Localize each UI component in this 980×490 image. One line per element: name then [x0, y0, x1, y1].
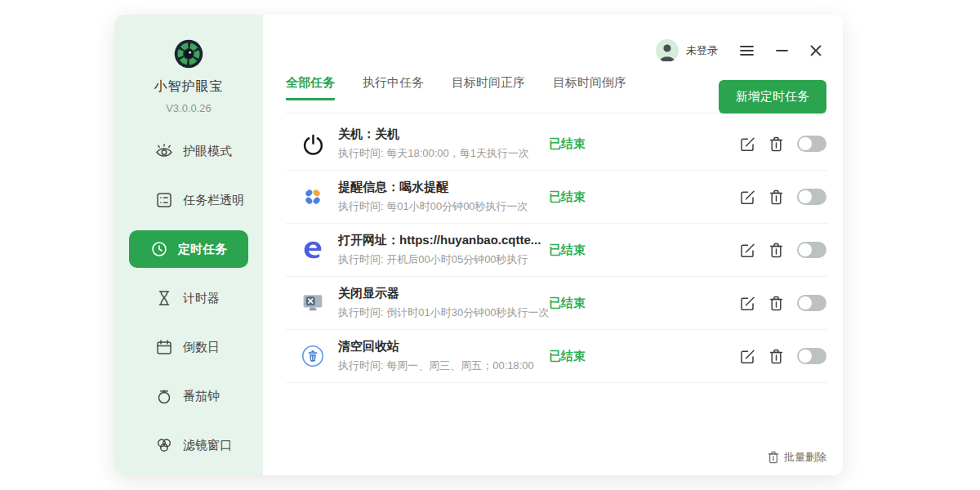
row-actions [740, 348, 828, 364]
task-enabled-toggle[interactable] [797, 348, 826, 364]
task-row-open-url: 打开网址：https://huyanbao.cqtte... 执行时间: 开机后… [286, 224, 828, 277]
sidebar-item-eye-mode[interactable]: 护眼模式 [129, 132, 248, 170]
toggle-knob [799, 137, 812, 150]
tomato-icon [155, 387, 173, 405]
toggle-knob [799, 350, 812, 363]
task-row-monitor-off: 关闭显示器 执行时间: 倒计时01小时30分钟00秒执行一次 已结束 [286, 277, 828, 330]
task-enabled-toggle[interactable] [797, 295, 826, 311]
batch-delete-label: 批量删除 [784, 450, 826, 465]
task-text: 关闭显示器 执行时间: 倒计时01小时30分钟00秒执行一次 [338, 286, 549, 320]
tab-target-time-desc[interactable]: 目标时间倒序 [553, 75, 626, 100]
toggle-knob [799, 190, 812, 203]
tab-target-time-asc[interactable]: 目标时间正序 [452, 75, 525, 100]
task-enabled-toggle[interactable] [797, 136, 826, 152]
login-status[interactable]: 未登录 [686, 43, 718, 58]
sidebar-item-countdown-days[interactable]: 倒数日 [129, 328, 248, 366]
app-logo-aperture-icon [170, 39, 207, 69]
row-actions [740, 295, 828, 311]
edit-icon[interactable] [740, 296, 755, 311]
delete-icon[interactable] [769, 243, 783, 258]
sidebar-item-label: 倒数日 [183, 340, 220, 355]
edit-icon[interactable] [740, 136, 755, 152]
sidebar-menu: 护眼模式 任务栏透明 定时任务 [114, 132, 263, 475]
avatar[interactable] [656, 39, 679, 62]
toggle-knob [799, 296, 812, 310]
sidebar-item-timer[interactable]: 计时器 [129, 279, 248, 317]
sidebar-item-label: 滤镜窗口 [183, 438, 232, 453]
delete-icon[interactable] [769, 136, 783, 152]
sidebar-item-label: 计时器 [183, 291, 220, 306]
app-window: 小智护眼宝 V3.0.0.26 护眼模式 [114, 15, 843, 475]
eye-icon [155, 142, 173, 160]
tab-running-tasks[interactable]: 执行中任务 [363, 75, 424, 100]
task-title: 提醒信息：喝水提醒 [338, 180, 549, 195]
sidebar-item-filter-window[interactable]: 滤镜窗口 [129, 426, 248, 464]
add-scheduled-task-button[interactable]: 新增定时任务 [719, 80, 826, 114]
sidebar-item-label: 任务栏透明 [183, 193, 244, 208]
minimize-icon[interactable] [776, 45, 788, 56]
close-icon[interactable] [810, 45, 822, 56]
task-title: 清空回收站 [338, 339, 549, 354]
app-version: V3.0.0.26 [166, 102, 212, 114]
menu-icon[interactable] [740, 45, 754, 56]
task-title: 关闭显示器 [338, 286, 549, 301]
taskbar-icon [155, 191, 173, 209]
status-badge: 已结束 [549, 136, 586, 152]
task-schedule: 执行时间: 倒计时01小时30分钟00秒执行一次 [338, 305, 549, 320]
edit-icon[interactable] [740, 189, 755, 205]
task-text: 关机：关机 执行时间: 每天18:00:00，每1天执行一次 [338, 127, 549, 161]
row-actions [740, 189, 828, 205]
task-schedule: 执行时间: 每01小时00分钟00秒执行一次 [338, 199, 549, 214]
hourglass-icon [155, 289, 173, 307]
task-row-shutdown: 关机：关机 执行时间: 每天18:00:00，每1天执行一次 已结束 [286, 118, 828, 171]
app-name: 小智护眼宝 [154, 78, 224, 96]
user-icon [656, 39, 679, 62]
sidebar-item-taskbar-transparent[interactable]: 任务栏透明 [129, 181, 248, 219]
calendar-icon [155, 338, 173, 356]
toggle-knob [799, 243, 812, 256]
trash-icon [768, 451, 779, 464]
task-text: 清空回收站 执行时间: 每周一、周三、周五；00:18:00 [338, 339, 549, 373]
sidebar-item-label: 番茄钟 [183, 389, 220, 404]
filter-circles-icon [155, 436, 173, 454]
edit-icon[interactable] [740, 243, 755, 258]
task-title: 打开网址：https://huyanbao.cqtte... [338, 233, 549, 248]
monitor-off-icon [299, 292, 327, 314]
task-list: 关机：关机 执行时间: 每天18:00:00，每1天执行一次 已结束 [286, 118, 828, 383]
power-icon [299, 133, 327, 155]
main-content: 未登录 全部任务 执行中任务 目标时间正序 目标时间倒序 [263, 15, 843, 475]
delete-icon[interactable] [769, 296, 783, 311]
task-row-reminder: 提醒信息：喝水提醒 执行时间: 每01小时00分钟00秒执行一次 已结束 [286, 171, 828, 224]
status-badge: 已结束 [549, 349, 586, 364]
browser-e-icon [299, 239, 327, 261]
delete-icon[interactable] [769, 349, 783, 364]
recycle-bin-icon [299, 345, 327, 368]
edit-icon[interactable] [740, 349, 755, 364]
task-schedule: 执行时间: 每天18:00:00，每1天执行一次 [338, 146, 549, 161]
task-text: 提醒信息：喝水提醒 执行时间: 每01小时00分钟00秒执行一次 [338, 180, 549, 214]
batch-delete-button[interactable]: 批量删除 [768, 450, 826, 465]
status-badge: 已结束 [549, 189, 586, 205]
tab-all-tasks[interactable]: 全部任务 [286, 75, 335, 100]
titlebar: 未登录 [263, 15, 843, 62]
clock-icon [150, 240, 168, 258]
status-badge: 已结束 [549, 243, 586, 258]
sidebar-item-label: 护眼模式 [183, 144, 232, 159]
delete-icon[interactable] [769, 189, 783, 205]
task-schedule: 执行时间: 开机后00小时05分钟00秒执行 [338, 252, 549, 267]
reminder-petals-icon [299, 186, 327, 207]
sidebar-item-label: 定时任务 [178, 242, 227, 257]
row-actions [740, 242, 828, 258]
sidebar-item-scheduled-tasks[interactable]: 定时任务 [129, 230, 248, 268]
sidebar-item-pomodoro[interactable]: 番茄钟 [129, 377, 248, 415]
row-actions [740, 136, 828, 152]
task-row-empty-recycle-bin: 清空回收站 执行时间: 每周一、周三、周五；00:18:00 已结束 [286, 330, 828, 383]
task-title: 关机：关机 [338, 127, 549, 142]
sidebar: 小智护眼宝 V3.0.0.26 护眼模式 [114, 15, 263, 475]
status-badge: 已结束 [549, 296, 586, 311]
task-schedule: 执行时间: 每周一、周三、周五；00:18:00 [338, 359, 549, 373]
task-enabled-toggle[interactable] [797, 189, 826, 205]
task-enabled-toggle[interactable] [797, 242, 826, 258]
task-text: 打开网址：https://huyanbao.cqtte... 执行时间: 开机后… [338, 233, 549, 267]
